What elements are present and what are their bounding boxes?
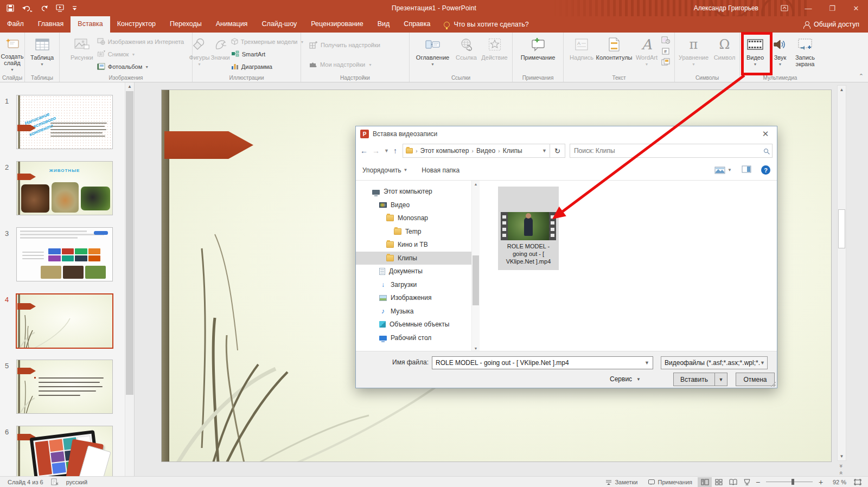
tab-help[interactable]: Справка xyxy=(397,16,437,33)
scrollbar-thumb[interactable] xyxy=(838,209,845,248)
tree-item-clips-selected[interactable]: Клипы xyxy=(356,252,471,265)
save-icon[interactable] xyxy=(7,4,14,12)
help-button[interactable]: ? xyxy=(761,165,770,175)
search-box[interactable]: Поиск: Клипы xyxy=(570,144,773,158)
tab-review[interactable]: Рецензирование xyxy=(304,16,371,33)
wordart-button[interactable]: A WordArt▼ xyxy=(633,35,660,73)
tell-me-box[interactable]: Что вы хотите сделать? xyxy=(437,16,535,33)
slideshow-view-button[interactable] xyxy=(740,477,754,487)
breadcrumb-clips[interactable]: Клипы xyxy=(503,147,522,155)
preview-pane-button[interactable] xyxy=(742,165,751,175)
zoom-out-button[interactable]: − xyxy=(754,478,762,486)
normal-view-button[interactable] xyxy=(698,477,712,487)
textbox-button[interactable]: A Надпись xyxy=(568,35,595,73)
ribbon-display-options-icon[interactable] xyxy=(773,0,796,16)
get-addins-button[interactable]: Получить надстройки xyxy=(309,38,380,52)
scrollbar-thumb[interactable] xyxy=(473,255,479,305)
address-dropdown-icon[interactable]: ▼ xyxy=(542,148,547,153)
comments-button[interactable]: Примечания xyxy=(643,477,698,487)
undo-button[interactable] xyxy=(22,5,33,12)
slide-sorter-view-button[interactable] xyxy=(712,477,726,487)
back-button[interactable]: ← xyxy=(360,146,368,155)
header-footer-button[interactable]: Колонтитулы xyxy=(596,35,632,73)
refresh-button[interactable]: ↻ xyxy=(550,144,565,158)
tree-item-music[interactable]: ♪Музыка xyxy=(356,305,471,318)
insert-button[interactable]: Вставить xyxy=(673,373,714,386)
tab-animations[interactable]: Анимация xyxy=(209,16,255,33)
user-name[interactable]: Александр Григорьев xyxy=(694,4,758,12)
tools-button[interactable]: Сервис▼ xyxy=(610,375,641,383)
zoom-toc-button[interactable]: Оглавление▼ xyxy=(413,35,453,73)
language-indicator[interactable]: русский xyxy=(66,479,87,485)
reading-view-button[interactable] xyxy=(726,477,740,487)
zoom-level[interactable]: 92 % xyxy=(825,479,846,485)
forward-button[interactable]: → xyxy=(372,146,380,155)
my-addins-button[interactable]: Мои надстройки▼ xyxy=(309,57,372,72)
insert-object-icon[interactable] xyxy=(661,58,670,68)
tab-view[interactable]: Вид xyxy=(371,16,397,33)
slide-number-icon[interactable]: # xyxy=(661,47,670,57)
date-time-icon[interactable] xyxy=(661,36,670,46)
zoom-in-button[interactable]: + xyxy=(817,478,825,486)
start-slideshow-icon[interactable] xyxy=(56,4,64,12)
customize-qat-icon[interactable] xyxy=(72,5,77,11)
action-button[interactable]: Действие xyxy=(480,35,509,73)
zoom-slider-thumb[interactable] xyxy=(792,479,794,485)
filetype-dropdown-icon[interactable]: ▼ xyxy=(760,360,765,366)
recent-locations-icon[interactable]: ▼ xyxy=(384,148,389,153)
dialog-titlebar[interactable]: P Вставка видеозаписи ✕ xyxy=(356,126,777,142)
dialog-close-button[interactable]: ✕ xyxy=(754,126,777,142)
share-button[interactable]: Общий доступ xyxy=(803,16,868,33)
filetype-select[interactable]: Видеофайлы (*.asf;*.asx;*.wpl;*. ▼ xyxy=(661,356,768,369)
tree-item-downloads[interactable]: ↓Загрузки xyxy=(356,278,471,292)
maximize-button[interactable]: ❐ xyxy=(820,0,844,16)
tree-item-movies-tv[interactable]: Кино и ТВ xyxy=(356,238,471,252)
photo-album-button[interactable]: Фотоальбом▼ xyxy=(97,61,184,72)
chart-button[interactable]: Диаграмма xyxy=(231,61,304,72)
scroll-up-icon[interactable]: ▲ xyxy=(125,82,134,91)
tab-insert[interactable]: Вставка xyxy=(71,16,110,33)
scrollbar-thumb[interactable] xyxy=(126,91,133,395)
tree-item-temp[interactable]: Temp xyxy=(356,225,471,239)
previous-slide-button[interactable]: » xyxy=(837,462,846,469)
equation-button[interactable]: π Уравнение▼ xyxy=(677,35,711,73)
filename-dropdown-icon[interactable]: ▼ xyxy=(644,360,649,366)
pictures-button[interactable]: Рисунки xyxy=(68,35,96,73)
icons-button[interactable]: Значки xyxy=(210,35,229,73)
online-pictures-button[interactable]: Изображения из Интернета xyxy=(97,36,184,47)
new-slide-button[interactable]: Создать слайд▼ xyxy=(1,35,24,73)
address-bar[interactable]: › Этот компьютер › Видео › Клипы ▼ xyxy=(403,144,550,158)
screenshot-button[interactable]: Снимок▼ xyxy=(97,49,184,60)
scroll-up-icon[interactable]: ▲ xyxy=(472,181,480,188)
tab-home[interactable]: Главная xyxy=(31,16,71,33)
tree-item-3d-objects[interactable]: Объемные объекты xyxy=(356,318,471,331)
redo-button[interactable] xyxy=(41,5,48,12)
editor-scrollbar[interactable]: ▲ ▼ xyxy=(837,85,846,461)
link-button[interactable]: Ссылка xyxy=(454,35,479,73)
tab-design[interactable]: Конструктор xyxy=(110,16,163,33)
breadcrumb-this-pc[interactable]: Этот компьютер xyxy=(420,147,469,155)
fit-to-window-button[interactable] xyxy=(851,477,865,487)
audio-button[interactable]: Звук▼ xyxy=(770,35,790,73)
organize-button[interactable]: Упорядочить▼ xyxy=(362,166,407,174)
next-slide-button[interactable]: « xyxy=(837,469,846,476)
tree-item-documents[interactable]: Документы xyxy=(356,265,471,278)
spellcheck-icon[interactable] xyxy=(51,478,59,485)
tree-scrollbar[interactable]: ▲ ▼ xyxy=(471,181,480,352)
shapes-button[interactable]: Фигуры▼ xyxy=(189,35,210,73)
minimize-button[interactable]: — xyxy=(796,0,820,16)
slide-thumbnail-6[interactable] xyxy=(16,426,113,476)
cancel-button[interactable]: Отмена xyxy=(736,373,775,386)
slide-thumbnail-2[interactable]: ЖИВОТНЫЕ xyxy=(16,161,113,215)
symbol-button[interactable]: Ω Символ xyxy=(712,35,738,73)
video-button[interactable]: Видео▼ xyxy=(741,35,769,73)
scroll-down-icon[interactable]: ▼ xyxy=(838,452,846,460)
filename-input[interactable]: ROLE MODEL - going out - [ VKlipe.Net ].… xyxy=(432,356,653,369)
tab-slideshow[interactable]: Слайд-шоу xyxy=(254,16,304,33)
breadcrumb-videos[interactable]: Видео xyxy=(476,147,495,155)
collapse-ribbon-icon[interactable]: ⌃ xyxy=(859,73,864,80)
view-mode-button[interactable]: ▼ xyxy=(714,166,732,174)
video-file-tile-selected[interactable]: ROLE MODEL - going out - [ VKlipe.Net ].… xyxy=(498,187,559,270)
tab-transitions[interactable]: Переходы xyxy=(163,16,209,33)
tree-item-monosnap[interactable]: Monosnap xyxy=(356,212,471,225)
